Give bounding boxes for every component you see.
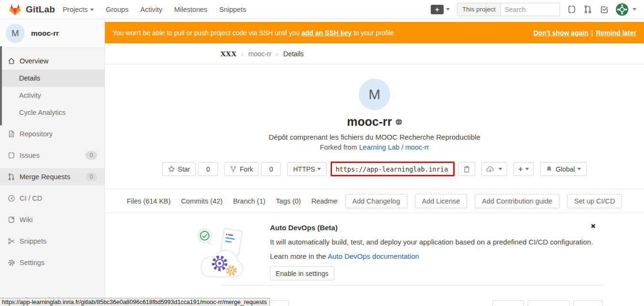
star-button[interactable]: Star — [162, 162, 196, 176]
fork-button[interactable]: Fork — [224, 162, 259, 176]
sidebar-item-repository[interactable]: Repository — [0, 125, 104, 143]
chevron-down-icon — [577, 168, 581, 170]
notifications-dropdown[interactable]: Global — [540, 162, 587, 176]
bell-icon — [546, 165, 552, 173]
breadcrumb-separator: › — [241, 50, 244, 58]
readme-link[interactable]: Readme — [312, 197, 338, 205]
cloud-download-icon — [486, 165, 494, 173]
cutoff-button[interactable] — [573, 300, 603, 306]
user-menu[interactable] — [616, 3, 636, 16]
sidebar-item-cycle-analytics[interactable]: Cycle Analytics — [0, 104, 104, 121]
sidebar-item-merge-requests[interactable]: Merge Requests 0 — [0, 168, 104, 185]
search-bar: This project — [457, 3, 560, 16]
nav-activity[interactable]: Activity — [140, 6, 162, 13]
document-icon — [8, 130, 15, 138]
sidebar-scrollbar[interactable] — [0, 46, 2, 125]
top-nav-links: Projects Groups Activity Milestones Snip… — [62, 6, 246, 13]
nav-snippets[interactable]: Snippets — [219, 6, 246, 13]
tags-link[interactable]: Tags (0) — [276, 197, 301, 205]
browser-status-bar: https://app-learninglab.inria.fr/gitlab/… — [0, 298, 270, 306]
sidebar-item-issues[interactable]: Issues 0 — [0, 147, 104, 164]
add-changelog-button[interactable]: Add Changelog — [345, 194, 407, 208]
clone-url-input[interactable] — [331, 162, 455, 176]
plus-icon: + — [518, 165, 522, 173]
add-ssh-key-link[interactable]: add an SSH key — [301, 29, 352, 37]
top-navbar: GitLab Projects Groups Activity Mileston… — [0, 0, 644, 19]
breadcrumb-separator: › — [276, 50, 279, 58]
project-description: Dépôt comprenant les fichiers du MOOC Re… — [105, 133, 644, 141]
sidebar-project-header[interactable]: M mooc-rr — [0, 19, 104, 48]
merge-requests-count-badge: 0 — [85, 173, 97, 181]
nav-groups[interactable]: Groups — [106, 6, 129, 13]
sidebar-item-details[interactable]: Details — [0, 70, 104, 87]
sidebar-item-snippets[interactable]: Snippets — [0, 233, 104, 250]
auto-devops-title: Auto DevOps (Beta) — [270, 224, 593, 232]
plus-icon: + — [431, 5, 444, 14]
issues-icon — [8, 152, 15, 159]
remind-later-link[interactable]: Remind later — [596, 29, 636, 37]
sidebar-item-activity[interactable]: Activity — [0, 87, 104, 104]
fork-icon — [230, 165, 237, 173]
cutoff-button[interactable] — [528, 300, 570, 306]
chevron-down-icon — [525, 168, 529, 170]
sidebar-project-name: mooc-rr — [31, 29, 59, 38]
sidebar-item-wiki[interactable]: Wiki — [0, 211, 104, 228]
breadcrumb-group[interactable]: XXX — [220, 50, 237, 58]
auto-devops-description: It will automatically build, test, and d… — [270, 238, 593, 246]
branch-link[interactable]: Branch (1) — [233, 197, 266, 205]
cutoff-button[interactable] — [492, 300, 524, 306]
sidebar-item-overview[interactable]: Overview — [0, 52, 104, 70]
auto-devops-doc-link[interactable]: Auto DevOps documentation — [328, 252, 419, 260]
issues-dashboard-icon[interactable] — [567, 5, 576, 14]
forked-from-link[interactable]: Learning Lab / mooc-rr — [359, 143, 429, 151]
auto-devops-illustration — [192, 220, 252, 281]
merge-requests-dashboard-icon[interactable] — [583, 5, 592, 14]
gitlab-logo[interactable]: GitLab — [9, 3, 55, 16]
sidebar-item-settings[interactable]: Settings — [0, 254, 104, 271]
add-dropdown[interactable]: + — [513, 162, 533, 176]
gear-icon — [8, 259, 15, 266]
star-count[interactable]: 0 — [198, 162, 218, 176]
download-dropdown[interactable] — [481, 162, 507, 176]
gauge-icon — [8, 194, 15, 202]
add-license-button[interactable]: Add License — [415, 194, 467, 208]
project-avatar: M — [359, 79, 390, 110]
project-avatar-small: M — [6, 24, 25, 43]
main-content: You won't be able to pull or push projec… — [105, 19, 644, 306]
dont-show-again-link[interactable]: Don't show again — [533, 29, 588, 37]
auto-devops-callout: ✖ — [146, 213, 602, 281]
chevron-down-icon — [446, 8, 450, 10]
commits-link[interactable]: Commits (42) — [181, 197, 223, 205]
project-actions: Star 0 Fork 0 HTTPS — [105, 162, 644, 176]
add-contribution-guide-button[interactable]: Add Contribution guide — [475, 194, 560, 208]
nav-milestones[interactable]: Milestones — [174, 6, 207, 13]
chevron-down-icon — [90, 9, 94, 11]
gitlab-tanuki-icon — [9, 3, 21, 16]
forked-from-label: Forked from — [320, 143, 359, 151]
project-sidebar: M mooc-rr Overview Details Activity Cycl… — [0, 19, 105, 306]
scissors-icon — [8, 237, 15, 245]
book-icon — [8, 216, 15, 224]
search-scope-label: This project — [457, 3, 501, 16]
setup-cicd-button[interactable]: Set up CI/CD — [567, 194, 622, 208]
nav-projects[interactable]: Projects — [62, 6, 93, 13]
issues-count-badge: 0 — [85, 151, 97, 160]
chevron-down-icon — [317, 168, 321, 170]
readme-panel-border — [222, 285, 603, 286]
enable-in-settings-button[interactable]: Enable in settings — [270, 266, 334, 280]
project-title: mooc-rr — [347, 115, 392, 129]
copy-url-button[interactable] — [458, 162, 475, 176]
files-link[interactable]: Files (614 KB) — [127, 197, 171, 205]
sidebar-item-cicd[interactable]: CI / CD — [0, 190, 104, 207]
home-icon — [8, 57, 15, 65]
chevron-down-icon — [499, 168, 502, 170]
breadcrumb-project[interactable]: mooc-rr — [249, 50, 271, 58]
close-icon[interactable]: ✖ — [591, 223, 596, 230]
todos-icon[interactable] — [600, 5, 609, 14]
protocol-dropdown[interactable]: HTTPS — [287, 162, 327, 176]
gitlab-wordmark: GitLab — [26, 4, 55, 15]
search-input[interactable] — [501, 6, 560, 13]
new-menu-button[interactable]: + — [431, 5, 450, 14]
chevron-down-icon — [633, 8, 636, 10]
fork-count[interactable]: 0 — [261, 162, 281, 176]
